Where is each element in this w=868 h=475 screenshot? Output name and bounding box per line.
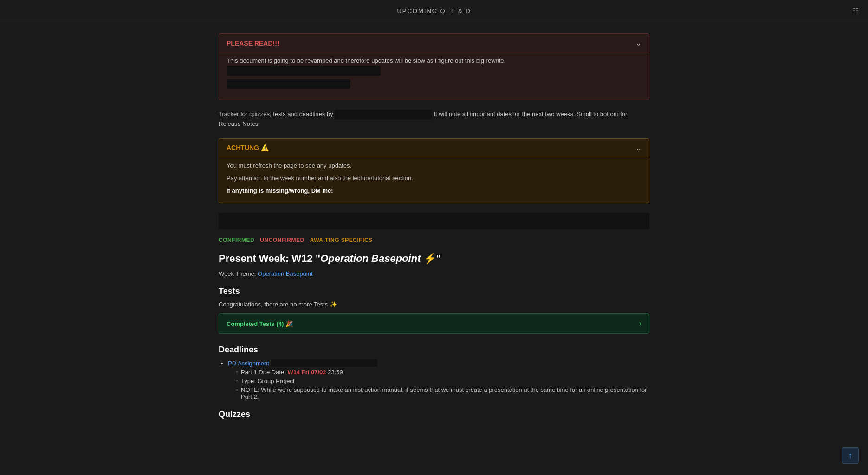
legend-awaiting: AWAITING SPECIFICS — [310, 237, 373, 243]
redacted-pd — [271, 359, 378, 367]
achtung-chevron: ⌄ — [635, 143, 641, 152]
deadline-date: W14 Fri 07/02 — [287, 369, 326, 376]
deadline-item-pd: PD Assignment Part 1 Due Date: W14 Fri 0… — [228, 359, 649, 400]
please-read-header[interactable]: PLEASE READ!!! ⌄ — [219, 34, 649, 52]
pd-type: Type: Group Project — [235, 377, 649, 384]
achtung-header[interactable]: ACHTUNG ⚠️ ⌄ — [219, 139, 649, 157]
legend-unconfirmed: UNCONFIRMED — [260, 237, 304, 243]
main-content: PLEASE READ!!! ⌄ This document is going … — [211, 33, 657, 419]
top-bar: UPCOMING Q, T & D ☷ — [0, 0, 868, 22]
page-title: UPCOMING Q, T & D — [397, 7, 471, 14]
achtung-title: ACHTUNG ⚠️ — [227, 144, 269, 151]
achtung-line1: You must refresh the page to see any upd… — [227, 161, 641, 171]
redacted-block-1 — [227, 66, 381, 76]
please-read-title: PLEASE READ!!! — [227, 39, 279, 47]
quizzes-heading: Quizzes — [219, 410, 649, 419]
achtung-body: You must refresh the page to see any upd… — [219, 157, 649, 203]
please-read-text: This document is going to be revamped an… — [227, 56, 641, 76]
completed-tests-chevron: › — [639, 319, 641, 328]
tracker-text: Tracker for quizzes, tests and deadlines… — [219, 110, 649, 129]
scroll-top-button[interactable]: ↑ — [842, 447, 859, 464]
tests-heading: Tests — [219, 286, 649, 296]
week-theme: Week Theme: Operation Basepoint — [219, 270, 649, 277]
dark-separator-bar — [219, 213, 649, 229]
please-read-chevron: ⌄ — [635, 39, 641, 47]
achtung-banner: ACHTUNG ⚠️ ⌄ You must refresh the page t… — [219, 138, 649, 203]
please-read-banner: PLEASE READ!!! ⌄ This document is going … — [219, 33, 649, 100]
completed-tests-row[interactable]: Completed Tests (4) 🎉 › — [219, 313, 649, 334]
achtung-line2: Pay attention to the week number and als… — [227, 174, 641, 183]
arrow-up-icon: ↑ — [849, 451, 853, 461]
pd-due-date: Part 1 Due Date: W14 Fri 07/02 23:59 — [235, 369, 649, 376]
please-read-redacted-2 — [227, 79, 641, 89]
legend: CONFIRMED UNCONFIRMED AWAITING SPECIFICS — [219, 237, 649, 243]
pd-sub-list: Part 1 Due Date: W14 Fri 07/02 23:59 Typ… — [235, 369, 649, 400]
pd-assignment-link[interactable]: PD Assignment — [228, 360, 269, 367]
document-icon: ☷ — [852, 7, 859, 15]
legend-confirmed: CONFIRMED — [219, 237, 254, 243]
completed-tests-label: Completed Tests (4) 🎉 — [227, 320, 293, 327]
warning-icon: ⚠️ — [261, 144, 269, 151]
no-tests-text: Congratulations, there are no more Tests… — [219, 301, 649, 308]
deadlines-heading: Deadlines — [219, 345, 649, 355]
redacted-author — [335, 110, 432, 119]
pd-note: NOTE: While we're supposed to make an in… — [235, 386, 649, 400]
deadlines-list: PD Assignment Part 1 Due Date: W14 Fri 0… — [228, 359, 649, 400]
present-week-heading: Present Week: W12 "Operation Basepoint ⚡… — [219, 253, 649, 265]
please-read-body: This document is going to be revamped an… — [219, 52, 649, 100]
week-theme-link[interactable]: Operation Basepoint — [258, 270, 313, 277]
achtung-line3: If anything is missing/wrong, DM me! — [227, 186, 641, 196]
redacted-block-2 — [227, 79, 350, 89]
